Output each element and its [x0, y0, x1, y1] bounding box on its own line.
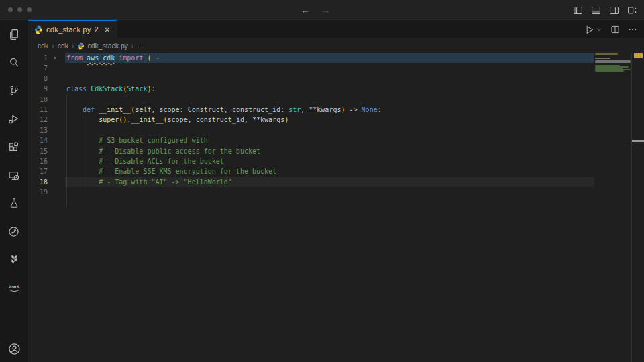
line-text: # - Disable public access for the bucket	[66, 146, 260, 156]
navigate-back-icon[interactable]: ←	[301, 5, 310, 15]
line-number[interactable]: 14	[28, 135, 48, 145]
line-number[interactable]: 19	[28, 187, 48, 197]
tab-badge: 2	[94, 25, 98, 34]
toggle-secondary-sidebar-icon[interactable]	[609, 5, 619, 15]
line-number[interactable]: 12	[28, 115, 48, 125]
line-number[interactable]: 10	[28, 95, 48, 105]
breadcrumb-label: ...	[137, 42, 143, 50]
code-editor[interactable]: 1›from aws_cdk import ( ⋯789class CdkSta…	[28, 52, 644, 362]
source-control-icon	[9, 85, 19, 96]
window-dot-icon[interactable]	[27, 7, 32, 12]
explorer-icon	[8, 29, 19, 40]
fold-gutter	[48, 177, 62, 187]
svg-text:aws: aws	[8, 284, 19, 290]
activity-item-run-and-debug[interactable]	[0, 105, 28, 133]
minimap-line	[595, 53, 618, 55]
line-number[interactable]: 13	[28, 125, 48, 135]
search-icon	[9, 57, 19, 68]
line-text: # - Enable SSE-KMS encryption for the bu…	[66, 166, 276, 176]
line-number[interactable]: 16	[28, 156, 48, 166]
tab-cdk-stack[interactable]: cdk_stack.py 2 ✕	[28, 20, 117, 39]
overview-ruler[interactable]	[631, 52, 644, 362]
vscode-window: ← → aws cdk_stack.py 2 ✕ cdk	[0, 0, 644, 362]
code-line[interactable]: 19	[28, 187, 594, 197]
code-line[interactable]: 8	[28, 74, 594, 84]
git-graph-icon	[8, 226, 19, 237]
run-button[interactable]	[584, 25, 602, 35]
activity-item-search[interactable]	[0, 48, 28, 76]
window-dot-icon[interactable]	[8, 7, 13, 12]
line-number[interactable]: 9	[28, 84, 48, 94]
breadcrumb-label: cdk	[38, 42, 48, 50]
activity-item-source-control[interactable]	[0, 76, 28, 105]
fold-gutter	[48, 187, 62, 197]
extensions-icon	[8, 141, 19, 153]
aws-icon: aws	[7, 282, 21, 293]
toggle-primary-sidebar-icon[interactable]	[573, 5, 583, 15]
editor-group: cdk_stack.py 2 ✕ cdk›cdk›cdk_stack.py›..…	[28, 20, 644, 362]
breadcrumb-separator: ›	[72, 42, 74, 50]
line-text: # - Tag with "AI" -> "HelloWorld"	[66, 177, 232, 187]
code-line[interactable]: 14 # S3 bucket configured with	[28, 135, 594, 145]
activity-item-aws[interactable]: aws	[0, 274, 28, 302]
activity-item-testing[interactable]	[0, 189, 28, 217]
minimap-line	[595, 62, 631, 63]
line-text: from aws_cdk import ( ⋯	[66, 53, 160, 63]
account-icon[interactable]	[8, 343, 21, 355]
activity-item-explorer[interactable]	[0, 20, 28, 48]
line-number[interactable]: 15	[28, 146, 48, 156]
line-number[interactable]: 18	[28, 177, 48, 187]
testing-icon	[9, 198, 19, 208]
activity-item-terraform[interactable]	[0, 245, 28, 274]
split-editor-icon[interactable]	[610, 25, 620, 34]
fold-gutter	[48, 95, 62, 105]
minimap[interactable]	[594, 52, 631, 362]
python-icon	[34, 25, 43, 34]
line-text: super().__init__(scope, construct_id, **…	[66, 115, 288, 125]
breadcrumb-item[interactable]: cdk	[58, 42, 68, 50]
toggle-panel-icon[interactable]	[591, 5, 601, 15]
breadcrumb-item[interactable]: cdk	[38, 42, 48, 50]
fold-gutter	[48, 135, 62, 145]
fold-gutter	[48, 115, 62, 125]
breadcrumb-item[interactable]: ...	[137, 42, 143, 50]
activity-item-remote-explorer[interactable]	[0, 161, 28, 189]
window-controls[interactable]	[8, 7, 32, 12]
line-number[interactable]: 8	[28, 74, 48, 84]
activity-item-extensions[interactable]	[0, 133, 28, 161]
code-line[interactable]: 15 # - Disable public access for the buc…	[28, 146, 594, 156]
code-line[interactable]: 16 # - Disable ACLs for the bucket	[28, 156, 594, 166]
navigate-forward-icon[interactable]: →	[321, 5, 330, 15]
line-number[interactable]: 17	[28, 166, 48, 176]
code-line[interactable]: 18 # - Tag with "AI" -> "HelloWorld"	[28, 177, 594, 187]
code-line[interactable]: 12 super().__init__(scope, construct_id,…	[28, 115, 594, 125]
code-line[interactable]: 11 def __init__(self, scope: Construct, …	[28, 105, 594, 115]
code-line[interactable]: 7	[28, 63, 594, 73]
more-actions-icon[interactable]	[628, 25, 637, 34]
warning-marker	[634, 53, 643, 58]
code-line[interactable]: 17 # - Enable SSE-KMS encryption for the…	[28, 166, 594, 176]
cursor-position-dash	[632, 140, 644, 142]
customize-layout-icon[interactable]	[627, 5, 637, 15]
line-number[interactable]: 11	[28, 105, 48, 115]
fold-gutter	[48, 146, 62, 156]
close-icon[interactable]: ✕	[105, 26, 110, 34]
breadcrumb-separator: ›	[52, 42, 54, 50]
code-line[interactable]: 13	[28, 125, 594, 135]
fold-chevron-icon[interactable]: ›	[48, 53, 62, 63]
breadcrumb-separator: ›	[131, 42, 133, 50]
code-line[interactable]: 9class CdkStack(Stack):	[28, 84, 594, 94]
code-line[interactable]: 10	[28, 95, 594, 105]
activity-item-git-graph[interactable]	[0, 217, 28, 245]
tab-filename: cdk_stack.py	[46, 25, 91, 34]
breadcrumb: cdk›cdk›cdk_stack.py›...	[28, 39, 644, 52]
line-number[interactable]: 1	[28, 53, 48, 63]
code-line[interactable]: 1›from aws_cdk import ( ⋯	[28, 53, 594, 63]
minimap-line	[595, 70, 624, 72]
window-dot-icon[interactable]	[17, 7, 22, 12]
line-number[interactable]: 7	[28, 63, 48, 73]
minimap-line	[595, 58, 610, 59]
breadcrumb-item[interactable]: cdk_stack.py	[77, 42, 128, 50]
breadcrumb-label: cdk	[58, 42, 68, 50]
title-bar: ← →	[0, 0, 644, 20]
